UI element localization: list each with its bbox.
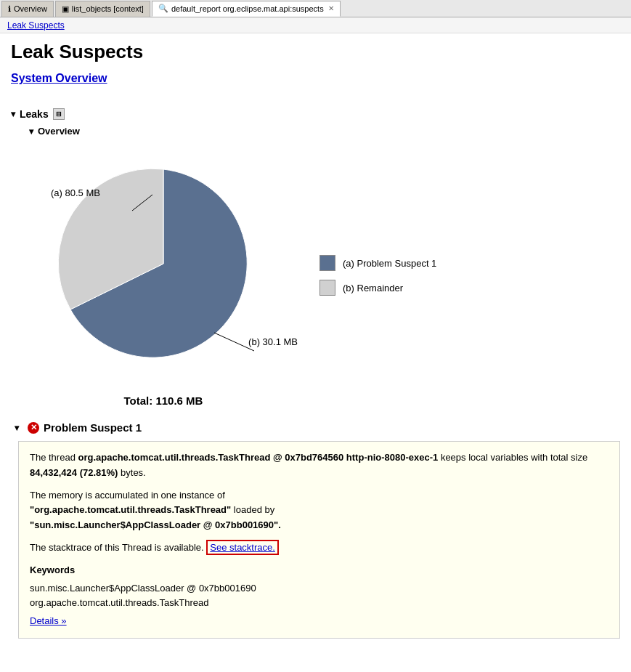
pie-chart: (a) 80.5 MB [36, 144, 290, 391]
desc2-loaded: loaded by [231, 504, 274, 515]
tab-leak-suspects[interactable]: 🔍 default_report org.eclipse.mat.api:sus… [152, 1, 341, 17]
tab-bar: ℹ Overview ▣ list_objects [context] 🔍 de… [0, 0, 631, 17]
legend-item-a: (a) Problem Suspect 1 [319, 255, 436, 271]
pie-label-b: (b) 30.1 MB [248, 336, 298, 347]
suspect1-desc1: The thread org.apache.tomcat.util.thread… [30, 450, 608, 481]
keyword2: org.apache.tomcat.util.threads.TaskThrea… [30, 596, 608, 611]
legend-label-a: (a) Problem Suspect 1 [343, 258, 436, 269]
desc1-size: 84,432,424 (72.81%) [30, 467, 118, 478]
overview-collapse-arrow[interactable]: ▾ [29, 126, 33, 137]
suspect1-desc2: The memory is accumulated in one instanc… [30, 488, 608, 533]
main-content: Leak Suspects System Overview ▾ Leaks ⊟ … [0, 33, 631, 646]
keywords-title: Keywords [30, 563, 608, 578]
stacktrace-link[interactable]: See stacktrace. [206, 540, 279, 555]
chart-legend: (a) Problem Suspect 1 (b) Remainder [319, 255, 436, 296]
legend-label-b: (b) Remainder [343, 283, 403, 294]
leaks-collapse-arrow[interactable]: ▾ [11, 109, 15, 119]
overview-sub-header: ▾ Overview [29, 126, 620, 137]
breadcrumb-link[interactable]: Leak Suspects [7, 20, 65, 31]
desc1-bold: org.apache.tomcat.util.threads.TaskThrea… [78, 452, 439, 463]
desc2-line: The memory is accumulated in one instanc… [30, 490, 225, 501]
leaks-section-label: Leaks [20, 108, 49, 120]
pie-total: Total: 110.6 MB [124, 394, 203, 407]
legend-swatch-a [319, 255, 335, 271]
legend-item-b: (b) Remainder [319, 280, 436, 296]
stacktrace-pre: The stacktrace of this Thread is availab… [30, 542, 204, 553]
system-overview-link[interactable]: System Overview [11, 72, 107, 85]
desc2-class: "org.apache.tomcat.util.threads.TaskThre… [30, 504, 231, 515]
tab-close-icon[interactable]: ✕ [328, 4, 334, 12]
tab-overview[interactable]: ℹ Overview [1, 1, 54, 17]
suspect1-stacktrace-line: The stacktrace of this Thread is availab… [30, 541, 608, 556]
breadcrumb-bar: Leak Suspects [0, 17, 631, 33]
tab-list-objects-label: list_objects [context] [72, 4, 144, 13]
pie-label-a: (a) 80.5 MB [51, 187, 100, 198]
desc1-post: keeps local variables with total size [438, 452, 587, 463]
chart-area: (a) 80.5 MB [36, 144, 620, 407]
desc1-end: bytes. [118, 467, 145, 478]
details-link[interactable]: Details » [30, 615, 67, 626]
desc1-pre: The thread [30, 452, 78, 463]
tab-list-objects[interactable]: ▣ list_objects [context] [55, 1, 150, 17]
suspect1-label: Problem Suspect 1 [44, 421, 142, 434]
overview-label: Overview [38, 126, 80, 137]
tab-overview-label: Overview [14, 4, 47, 13]
leaks-section-icon[interactable]: ⊟ [53, 108, 65, 120]
keyword1: sun.misc.Launcher$AppClassLoader @ 0x7bb… [30, 581, 608, 596]
legend-swatch-b [319, 280, 335, 296]
suspect1-header: ▾ ✕ Problem Suspect 1 [15, 421, 620, 434]
leaks-section-header: ▾ Leaks ⊟ [11, 108, 620, 120]
leak-suspects-icon: 🔍 [158, 4, 168, 13]
list-objects-icon: ▣ [62, 4, 69, 14]
suspect1-info-box: The thread org.apache.tomcat.util.thread… [18, 441, 620, 639]
tab-leak-suspects-label: default_report org.eclipse.mat.api:suspe… [171, 4, 324, 13]
page-title: Leak Suspects [11, 41, 620, 63]
overview-icon: ℹ [8, 4, 11, 14]
suspect1-collapse-arrow[interactable]: ▾ [15, 423, 19, 433]
error-icon: ✕ [28, 422, 39, 434]
desc2-loader: "sun.misc.Launcher$AppClassLoader @ 0x7b… [30, 519, 281, 530]
keywords-section: Keywords sun.misc.Launcher$AppClassLoade… [30, 563, 608, 629]
